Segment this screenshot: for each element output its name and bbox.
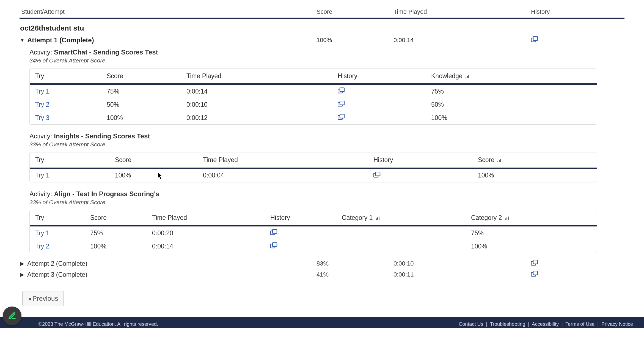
svg-rect-21 xyxy=(508,217,509,220)
attempt-label: Attempt 1 (Complete) xyxy=(27,36,94,44)
try-col-header: Time Played xyxy=(203,156,373,164)
activity-weight: 33% of Overall Attempt Score xyxy=(29,199,624,208)
try-col-header: Try xyxy=(35,214,90,222)
try-cell: 0:00:04 xyxy=(203,172,224,179)
try-cell: 0:00:14 xyxy=(186,88,208,95)
try-link[interactable]: Try 1 xyxy=(35,88,49,95)
svg-rect-29 xyxy=(533,271,538,275)
try-col-header: Time Played xyxy=(186,72,338,80)
col-history: History xyxy=(531,8,622,15)
svg-rect-25 xyxy=(273,243,277,247)
footer-link[interactable]: Accessibility xyxy=(532,321,559,327)
history-icon[interactable] xyxy=(270,229,277,235)
try-col-header: Score xyxy=(115,156,203,164)
svg-rect-17 xyxy=(377,217,378,220)
try-cell: 75% xyxy=(90,229,103,237)
try-table-row: Try 175%0:00:1475% xyxy=(30,85,597,98)
history-icon[interactable] xyxy=(270,242,277,248)
edit-fab[interactable] xyxy=(3,307,21,325)
footer-copyright: ©2023 The McGraw-Hill Education. All rig… xyxy=(38,321,158,327)
try-cell: 0:00:10 xyxy=(186,101,208,108)
try-cell: 100% xyxy=(471,243,487,250)
try-col-header: History xyxy=(270,214,342,222)
activity-title: Activity: Align - Test In Progress Scori… xyxy=(29,190,624,199)
activity-weight: 34% of Overall Attempt Score xyxy=(29,57,624,66)
attempt-time: 0:00:14 xyxy=(393,37,531,44)
col-time: Time Played xyxy=(393,8,531,15)
try-cell: 100% xyxy=(431,114,447,121)
try-table-row: Try 3100%0:00:12100% xyxy=(30,111,597,124)
try-cell: 75% xyxy=(431,88,444,95)
bar-chart-icon xyxy=(465,73,470,80)
try-cell: 0:00:12 xyxy=(186,114,208,121)
try-cell: 50% xyxy=(107,101,119,108)
footer-link[interactable]: Privacy Notice xyxy=(601,321,633,327)
bar-chart-icon xyxy=(497,157,502,164)
bar-chart-icon xyxy=(376,214,380,222)
try-col-header: Try xyxy=(35,156,115,164)
attempt-label: Attempt 2 (Complete) xyxy=(27,260,87,267)
footer-link[interactable]: Troubleshooting xyxy=(490,321,525,327)
col-score: Score xyxy=(317,8,393,15)
bar-chart-icon xyxy=(505,214,509,222)
try-col-header: Category 1 xyxy=(342,214,471,222)
try-link[interactable]: Try 2 xyxy=(35,101,49,108)
activity-weight: 33% of Overall Attempt Score xyxy=(29,141,624,150)
try-cell: 100% xyxy=(107,114,123,121)
footer-link[interactable]: Terms of Use xyxy=(565,321,595,327)
svg-rect-23 xyxy=(273,229,277,233)
try-cell: 100% xyxy=(115,172,131,179)
try-link[interactable]: Try 1 xyxy=(35,229,49,237)
try-col-header: Score xyxy=(90,214,152,222)
expand-arrow-icon[interactable]: ▶ xyxy=(20,261,25,267)
attempt-time: 0:00:10 xyxy=(393,260,531,267)
student-name: oct26thstudent stu xyxy=(20,19,624,35)
history-icon[interactable] xyxy=(531,36,538,42)
try-col-header: Score xyxy=(478,156,560,164)
try-link[interactable]: Try 3 xyxy=(35,114,49,121)
svg-rect-4 xyxy=(468,75,469,78)
attempt-row[interactable]: ▼Attempt 1 (Complete)100%0:00:14 xyxy=(20,35,624,46)
footer-link[interactable]: Contact Us xyxy=(459,321,483,327)
attempt-row[interactable]: ▶Attempt 3 (Complete)41%0:00:11 xyxy=(20,269,624,280)
try-cell: 100% xyxy=(90,243,106,250)
try-cell: 0:00:20 xyxy=(152,229,173,237)
activity-block: Activity: Align - Test In Progress Scori… xyxy=(20,187,624,258)
try-col-header: History xyxy=(373,156,478,164)
try-cell: 50% xyxy=(431,101,444,108)
try-link[interactable]: Try 1 xyxy=(35,172,49,179)
try-col-header: Category 2 xyxy=(471,214,554,222)
try-table-row: Try 175%0:00:2075% xyxy=(30,226,597,240)
svg-rect-20 xyxy=(507,217,507,220)
try-cell: 75% xyxy=(107,88,119,95)
svg-rect-15 xyxy=(376,172,380,176)
svg-rect-11 xyxy=(497,161,498,162)
activity-block: Activity: SmartChat - Sending Scores Tes… xyxy=(20,46,624,130)
expand-arrow-icon[interactable]: ▶ xyxy=(20,272,25,278)
try-table: TryScoreTime PlayedHistoryScore Try 1100… xyxy=(29,152,597,182)
history-icon[interactable] xyxy=(338,87,345,94)
svg-rect-3 xyxy=(467,76,468,78)
svg-rect-2 xyxy=(466,77,466,78)
expand-arrow-icon[interactable]: ▼ xyxy=(20,37,25,43)
svg-rect-27 xyxy=(533,260,538,264)
try-col-header: Time Played xyxy=(152,214,270,222)
attempt-score: 83% xyxy=(317,260,393,267)
try-table-row: Try 250%0:00:1050% xyxy=(30,98,597,111)
try-col-header: Score xyxy=(107,72,186,80)
activity-title: Activity: SmartChat - Sending Scores Tes… xyxy=(29,48,624,57)
try-table-row: Try 2100%0:00:14100% xyxy=(30,240,597,253)
previous-button[interactable]: ◂Previous xyxy=(22,291,64,306)
history-icon[interactable] xyxy=(531,271,538,277)
history-icon[interactable] xyxy=(531,260,538,266)
history-icon[interactable] xyxy=(338,101,345,107)
attempt-row[interactable]: ▶Attempt 2 (Complete)83%0:00:10 xyxy=(20,258,624,269)
try-cell: 75% xyxy=(471,229,484,237)
history-icon[interactable] xyxy=(338,114,345,120)
svg-rect-19 xyxy=(505,218,506,220)
attempt-score: 100% xyxy=(317,37,393,44)
try-link[interactable]: Try 2 xyxy=(35,243,49,250)
try-table-header: TryScoreTime PlayedHistoryScore xyxy=(30,152,597,169)
try-col-header: Knowledge xyxy=(431,72,541,80)
history-icon[interactable] xyxy=(373,172,381,178)
